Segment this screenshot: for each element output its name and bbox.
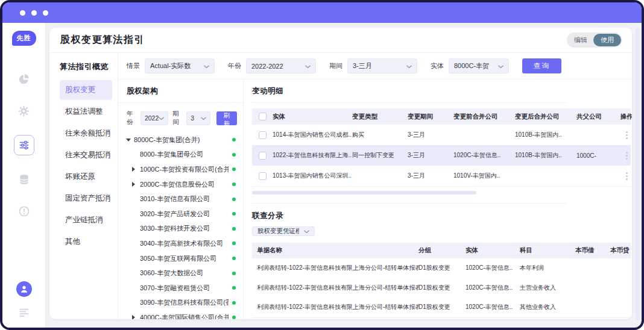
edit-mode-button[interactable]: 编辑 <box>568 34 593 46</box>
window-control-dot[interactable] <box>20 10 25 16</box>
tree-node-label: 3010-丰贺信息有限公司 <box>140 195 229 204</box>
voucher-template-select[interactable]: 股权变更凭证模版 <box>252 226 315 236</box>
nav-item-坏账还原[interactable]: 坏账还原 <box>60 167 112 187</box>
tree-node-label: 3060-丰贺大数据公司 <box>140 269 229 278</box>
table-cell: 其他业务收入 <box>520 303 575 311</box>
chevron-down-icon <box>304 228 309 235</box>
tree-period-value: 3 <box>191 114 194 122</box>
tree-node-label: 3040-丰贺高新技术有限公司 <box>140 239 229 248</box>
info-icon[interactable] <box>16 204 32 219</box>
query-button[interactable]: 查询 <box>522 58 561 73</box>
filter-value: Actual-实际数 <box>150 61 191 70</box>
nav-item-其他[interactable]: 其他 <box>60 232 112 252</box>
content-card: 股权变更算法指引 编辑 使用 算法指引概览 股权变更权益法调整往来余额抵消往来交… <box>49 28 632 319</box>
caret-collapsed-icon[interactable] <box>132 167 140 172</box>
column-header: 分组 <box>418 246 466 255</box>
tree-node[interactable]: 3050-丰贺互联网有限公司 <box>126 251 236 266</box>
tree-node[interactable]: 3060-丰贺大数据公司 <box>126 266 236 281</box>
filter-label: 情景 <box>127 61 140 70</box>
use-mode-button[interactable]: 使用 <box>593 34 621 46</box>
tree-node-label: 8000-丰贺集团母公司 <box>140 150 229 159</box>
select-all-checkbox[interactable] <box>259 113 267 120</box>
window-control-dot[interactable] <box>31 10 37 16</box>
nav-item-往来交易抵消[interactable]: 往来交易抵消 <box>60 145 112 165</box>
tree-node[interactable]: 8000-丰贺集团母公司 <box>126 148 236 163</box>
table-cell: 3-三月 <box>408 151 453 160</box>
list-icon[interactable] <box>16 305 32 320</box>
row-checkbox[interactable] <box>259 131 267 139</box>
rail-icons-bottom <box>16 281 32 320</box>
column-header: 变更类型 <box>352 113 408 121</box>
table-row[interactable]: 1014-丰贺国内销售公司成都..购买3-三月1010B-丰贺国内.. <box>252 125 631 145</box>
column-header: 实体 <box>273 113 352 121</box>
equity-structure-panel: 股权架构 年份 2022 期间 <box>118 79 244 319</box>
column-header: 变更前合并公司 <box>453 113 515 121</box>
tree-node[interactable]: 3020-丰贺产品研发公司 <box>126 207 236 222</box>
table-cell: 同一控制下变更 <box>352 151 408 160</box>
sliders-icon[interactable] <box>14 135 34 155</box>
voucher-template-value: 股权变更凭证模版 <box>257 227 299 235</box>
row-actions-kebab-icon[interactable] <box>622 171 631 181</box>
nav-item-产业链抵消[interactable]: 产业链抵消 <box>60 210 112 230</box>
tree-node[interactable]: 3030-丰贺科技开发公司 <box>126 222 236 237</box>
tree-node[interactable]: 4000C-丰贺国际销售公司(合并) <box>126 310 236 319</box>
caret-collapsed-icon[interactable] <box>132 182 140 187</box>
filter-value: 3-三月 <box>353 61 372 70</box>
chevron-down-icon <box>159 114 164 122</box>
table-row[interactable]: 1022-丰贺信息科技有限上海..同一控制下变更3-三月1020C-丰贺信息..… <box>252 145 631 166</box>
row-actions-kebab-icon[interactable] <box>622 151 631 161</box>
nav-item-股权变更[interactable]: 股权变更 <box>60 80 112 100</box>
pie-chart-icon[interactable] <box>16 71 32 87</box>
filter-label: 实体 <box>431 61 444 70</box>
tree-node[interactable]: 3090-丰贺信息科技有限公司(香港) <box>126 296 236 311</box>
status-dot <box>232 198 236 201</box>
caret-collapsed-icon[interactable] <box>132 315 140 319</box>
tree-node[interactable]: 1000C-丰贺投资有限公司(合并) <box>126 162 236 177</box>
changes-horizontal-scrollbar[interactable] <box>252 191 476 195</box>
tree-node[interactable]: 3040-丰贺高新技术有限公司 <box>126 236 236 251</box>
nav-items: 股权变更权益法调整往来余额抵消往来交易抵消坏账还原固定资产抵消产业链抵消其他 <box>60 80 112 252</box>
vertical-scrollbar[interactable] <box>636 28 640 320</box>
filter-select-实体[interactable]: 8000C-丰贺 <box>449 58 509 73</box>
window-control-dot[interactable] <box>43 10 48 16</box>
tree-year-select[interactable]: 2022 <box>140 111 168 125</box>
tree-node[interactable]: 2000C-丰贺信息股份公司 <box>126 177 236 192</box>
entries-table-header: 单据名称分组实体科目本币借本币贷 <box>252 243 631 258</box>
user-avatar-icon[interactable] <box>16 281 32 297</box>
table-cell: D1股权变更 <box>418 284 466 292</box>
window-titlebar <box>2 2 642 23</box>
table-row[interactable]: 利润表结转-1022-丰贺信息科技有限上海分公司-结转单体报表D1股权变更102… <box>252 297 631 317</box>
app-body: 先胜 股权变更算法指引 编辑 使用 算法 <box>2 23 642 328</box>
table-cell: 利润表结转-1022-丰贺信息科技有限上海分公司-结转单体报表 <box>252 284 418 292</box>
gear-icon[interactable] <box>16 103 32 119</box>
tree-node[interactable]: 8000C-丰贺集团(合并) <box>126 132 236 148</box>
tree-node[interactable]: 3010-丰贺信息有限公司 <box>126 191 236 207</box>
table-row[interactable]: 1013-丰贺国内销售公司深圳..3-三月1010V-丰贺国内.. <box>252 166 631 186</box>
filter-select-情景[interactable]: Actual-实际数 <box>145 58 215 73</box>
card-body: 算法指引概览 股权变更权益法调整往来余额抵消往来交易抵消坏账还原固定资产抵消产业… <box>49 53 632 319</box>
status-dot <box>232 138 236 142</box>
table-row[interactable]: 利润表结转-1022-丰贺信息科技有限上海分公司-结转单体报表D1股权变更102… <box>252 278 631 298</box>
status-dot <box>232 182 236 186</box>
row-actions-kebab-icon[interactable] <box>622 130 631 140</box>
tree-period-select[interactable]: 3 <box>186 111 210 125</box>
filter-select-期间[interactable]: 3-三月 <box>347 58 417 73</box>
filter-select-年份[interactable]: 2022-2022 <box>246 58 316 73</box>
table-cell: 本年利润 <box>520 264 575 272</box>
row-checkbox[interactable] <box>259 152 267 160</box>
status-dot <box>232 272 236 275</box>
refresh-button[interactable]: 刷新 <box>216 111 237 125</box>
nav-item-固定资产抵消[interactable]: 固定资产抵消 <box>60 188 112 208</box>
database-icon[interactable] <box>16 172 32 187</box>
tree-node-label: 3050-丰贺互联网有限公司 <box>140 254 229 263</box>
tables-panel: 变动明细 实体变更类型变更期间变更前合并公司变更后合并公司共父公司操作1014-… <box>244 79 632 319</box>
tree-node[interactable]: 3070-丰贺融资租赁公司 <box>126 281 236 296</box>
table-cell: 利润表结转-1022-丰贺信息科技有限上海分公司-结转单体报表 <box>252 303 418 311</box>
nav-item-往来余额抵消[interactable]: 往来余额抵消 <box>60 123 112 143</box>
table-row[interactable]: 利润表结转-1022-丰贺信息科技有限上海分公司-结转单体报表D1股权变更102… <box>252 258 631 278</box>
caret-expanded-icon[interactable] <box>126 139 134 142</box>
row-checkbox[interactable] <box>259 172 267 180</box>
nav-item-权益法调整[interactable]: 权益法调整 <box>60 102 112 122</box>
column-header: 单据名称 <box>252 246 418 255</box>
status-dot <box>232 301 236 305</box>
